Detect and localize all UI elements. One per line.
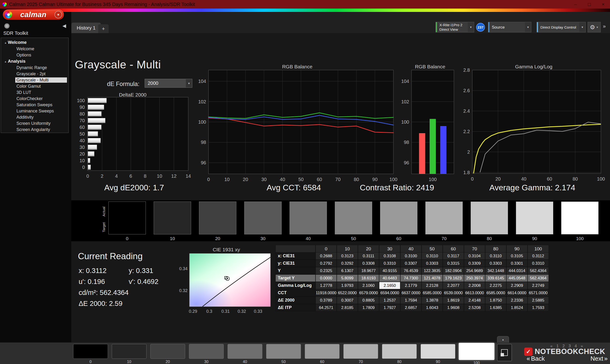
svg-text:90: 90 — [372, 177, 377, 182]
tree-section-welcome[interactable]: ▴Welcome — [1, 39, 68, 46]
table-cell: 1.2778 — [315, 282, 337, 289]
pattern-swatch — [459, 343, 494, 360]
svg-text:90: 90 — [79, 104, 85, 110]
tree-item-screen-angularity[interactable]: Screen Angularity — [1, 127, 68, 133]
calman-menu-chevron-icon[interactable]: ▼ — [54, 11, 62, 18]
meter-dropdown[interactable]: X-Rite i1Pro 2 Direct View ▼ — [436, 22, 474, 32]
pattern-button-50[interactable]: 50 — [266, 344, 301, 364]
maximize-button[interactable]: □ — [582, 0, 596, 9]
table-row-label-e-itp: ΔE ITP — [275, 304, 315, 311]
tree-item-grayscale-2pt[interactable]: Grayscale - 2pt — [1, 71, 68, 77]
svg-text:8: 8 — [144, 173, 146, 179]
tree-item-additivity[interactable]: Additivity — [1, 114, 68, 120]
tree-item-colorchecker[interactable]: ColorChecker — [1, 95, 68, 102]
swatch-label: 60 — [396, 236, 401, 241]
tree-section-label: Analysis — [8, 59, 26, 64]
display-control-chevron-icon: ▼ — [579, 22, 585, 32]
pattern-swatch — [73, 344, 108, 359]
swatch-box — [561, 202, 598, 234]
tree-item-3d-lut[interactable]: 3D LUT — [1, 89, 68, 95]
pattern-swatch — [189, 344, 224, 359]
pattern-button-80[interactable]: 80 — [382, 344, 417, 364]
table-cell: 6585.0000 — [422, 289, 443, 297]
pattern-button-70[interactable]: 70 — [343, 344, 378, 364]
reading-u: u': 0.196 — [79, 278, 105, 286]
reading-v: v': 0.4692 — [129, 278, 158, 286]
tree-item-label: Screen Uniformity — [15, 121, 67, 126]
current-reading-title: Current Reading — [78, 251, 143, 261]
pattern-swatch — [382, 344, 417, 359]
meter-mode: Direct View — [439, 27, 468, 32]
notebookcheck-logo-icon: ✓ — [524, 348, 532, 356]
next-button[interactable]: Next » — [590, 355, 608, 362]
de-formula-value: 2000 — [148, 80, 186, 86]
tree-section-analysis[interactable]: ▴Analysis — [1, 58, 68, 65]
svg-text:80: 80 — [354, 177, 359, 182]
swatch-row: 0102030405060708090100 — [108, 202, 598, 241]
svg-text:96: 96 — [201, 160, 206, 165]
stat-avg-cct: Avg CCT: 6584 — [267, 183, 321, 192]
table-cell: 74.7300 — [400, 274, 422, 282]
pattern-flyout-toggle[interactable]: ▲ — [497, 336, 509, 343]
svg-text:30: 30 — [79, 145, 85, 150]
add-tab-button[interactable]: + — [98, 24, 109, 33]
svg-text:14: 14 — [186, 173, 191, 179]
svg-text:0: 0 — [207, 177, 210, 182]
tree-item-grayscale-multi[interactable]: Grayscale - Multi — [1, 77, 68, 83]
pattern-button-60[interactable]: 60 — [305, 344, 339, 364]
tab-history-1[interactable]: History 1 — [71, 23, 101, 33]
pattern-button-90[interactable]: 90 — [421, 344, 455, 364]
tree-item-luminance-sweeps[interactable]: Luminance Sweeps — [1, 108, 68, 114]
table-cell: 0.3292 — [337, 260, 358, 267]
table-cell: 0.3303 — [422, 260, 443, 267]
settings-button[interactable]: ⚙ ▼ — [588, 22, 601, 32]
tree-item-welcome[interactable]: Welcome — [1, 46, 68, 52]
tree-item-label: 3D LUT — [15, 90, 67, 95]
svg-text:70: 70 — [79, 118, 85, 123]
svg-text:100: 100 — [77, 98, 85, 103]
panel-expand-icon[interactable]: » — [603, 23, 606, 29]
table-cell: 1.8750 — [485, 297, 506, 304]
pattern-button-10[interactable]: 10 — [112, 344, 146, 364]
tree-item-screen-stability[interactable]: Screen Stability — [1, 133, 68, 133]
tree-item-label: ColorChecker — [15, 96, 67, 101]
pattern-button-20[interactable]: 20 — [150, 344, 185, 364]
calman-menu-button[interactable]: calman ▼ — [3, 10, 64, 20]
table-cell: 1.3878 — [422, 297, 443, 304]
close-button[interactable]: × — [596, 0, 610, 9]
tree-item-screen-uniformity[interactable]: Screen Uniformity — [1, 120, 68, 127]
tree-item-label: Luminance Sweeps — [15, 108, 67, 114]
tree-item-saturation-sweeps[interactable]: Saturation Sweeps — [1, 102, 68, 108]
calman-logo-icon — [5, 11, 12, 18]
svg-text:20: 20 — [79, 151, 85, 156]
source-dropdown[interactable]: Source ▼ — [488, 22, 531, 32]
table-cell: 179.1623 — [443, 274, 464, 282]
table-cell: 0.3105 — [506, 252, 528, 260]
tree-item-color-gamut[interactable]: Color Gamut — [1, 83, 68, 89]
table-cell: 2.1060 — [358, 282, 379, 289]
table-cell: 0.2325 — [315, 267, 337, 274]
pattern-window-button[interactable] — [497, 344, 512, 361]
pattern-button-30[interactable]: 30 — [189, 344, 224, 364]
swatch-10: 10 — [154, 202, 191, 241]
pattern-button-100[interactable]: 100 — [459, 344, 494, 364]
tree-item-label: Color Gamut — [15, 84, 67, 89]
back-label: Back — [531, 355, 545, 362]
table-cell: 6579.0000 — [358, 289, 379, 297]
tree-item-options[interactable]: Options — [1, 52, 68, 58]
svg-text:0: 0 — [86, 173, 89, 179]
display-control-dropdown[interactable]: Direct Display Control ▼ — [537, 22, 586, 32]
svg-text:12: 12 — [171, 173, 177, 179]
table-cell: 121.4078 — [422, 274, 443, 282]
pattern-button-0[interactable]: 0 — [73, 344, 108, 364]
sidebar-title: SDR Toolkit — [3, 30, 28, 36]
minimize-button[interactable]: – — [569, 0, 582, 9]
back-button[interactable]: « Back — [527, 355, 545, 362]
sidebar-collapse-icon[interactable]: ◀ — [63, 23, 66, 29]
tree-item-dynamic-range[interactable]: Dynamic Range — [1, 65, 68, 71]
svg-text:80: 80 — [572, 176, 578, 182]
table-cell: 0.3303 — [485, 260, 506, 267]
de-formula-select[interactable]: 2000 ▼ — [145, 79, 192, 88]
table-cell: 1.7927 — [379, 304, 400, 311]
pattern-button-40[interactable]: 40 — [228, 344, 262, 364]
